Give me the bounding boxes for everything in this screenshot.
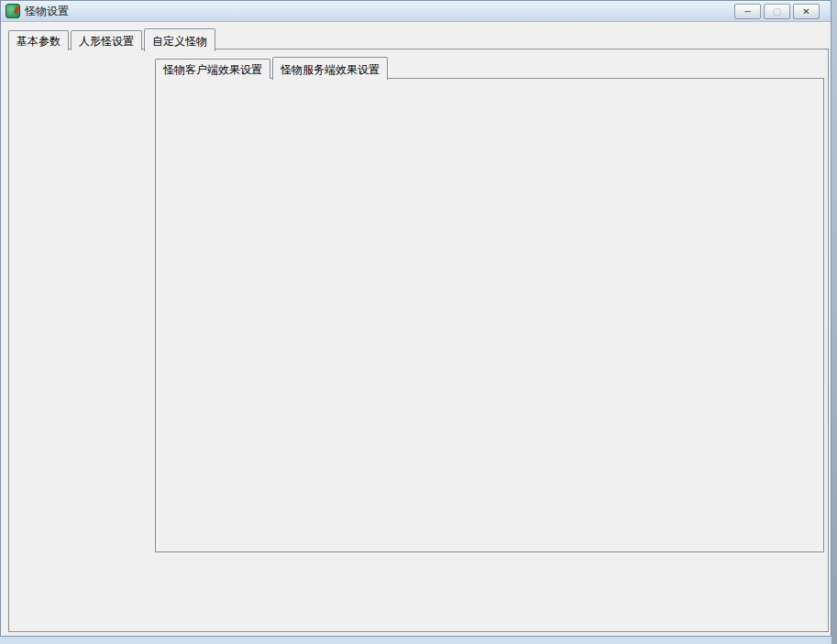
desktop: { "window": { "title": "怪物设置", "controls… xyxy=(0,0,837,644)
main-tab[interactable]: 自定义怪物 xyxy=(144,28,215,51)
main-tabstrip: 基本参数人形怪设置自定义怪物 xyxy=(8,28,217,50)
app-icon xyxy=(6,4,20,18)
window-controls: ─ ▢ ✕ xyxy=(734,4,820,19)
main-tab[interactable]: 基本参数 xyxy=(8,30,69,50)
monster-settings-window: 怪物设置 ─ ▢ ✕ 基本参数人形怪设置自定义怪物 怪物列表 Mon36-1Mo… xyxy=(0,0,831,637)
server-effect-page xyxy=(155,78,824,552)
minimize-icon[interactable]: ─ xyxy=(734,4,761,19)
background-window-edge xyxy=(831,0,837,644)
maximize-icon: ▢ xyxy=(764,4,790,19)
effect-tab[interactable]: 怪物服务端效果设置 xyxy=(272,57,388,80)
main-tab[interactable]: 人形怪设置 xyxy=(71,30,142,50)
effect-tabstrip: 怪物客户端效果设置怪物服务端效果设置 xyxy=(155,57,390,79)
effect-tab[interactable]: 怪物客户端效果设置 xyxy=(155,59,270,79)
title-bar[interactable]: 怪物设置 ─ ▢ ✕ xyxy=(1,1,831,22)
close-icon[interactable]: ✕ xyxy=(793,4,820,19)
window-title: 怪物设置 xyxy=(25,4,69,19)
